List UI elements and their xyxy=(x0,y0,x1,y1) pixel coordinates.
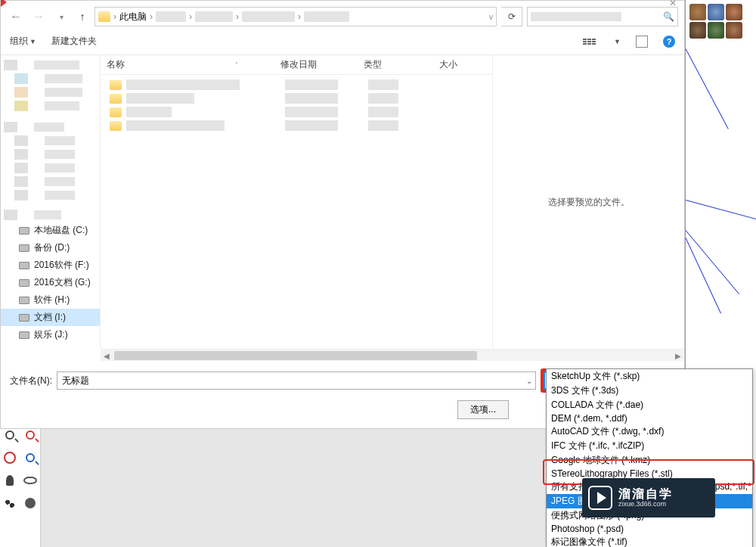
nav-forward-button[interactable]: → xyxy=(29,8,48,26)
palette-icon[interactable] xyxy=(689,4,706,20)
sidebar-drive[interactable]: 本地磁盘 (C:) xyxy=(1,222,100,239)
sidebar: 本地磁盘 (C:) 备份 (D:) 2016软件 (F:) 2016文档 (G:… xyxy=(1,55,101,349)
breadcrumb-segment-blur[interactable] xyxy=(156,11,186,22)
sidebar-drive-label: 文档 (I:) xyxy=(34,311,66,324)
sidebar-drive[interactable]: 娱乐 (J:) xyxy=(1,326,100,343)
filetype-option[interactable]: AutoCAD 文件 (*.dwg, *.dxf) xyxy=(547,424,752,439)
tool-target[interactable] xyxy=(0,446,20,469)
help-button[interactable]: ? xyxy=(663,36,675,48)
breadcrumb-sep: › xyxy=(236,11,239,22)
palette-icon[interactable] xyxy=(726,22,742,39)
column-type-label: 类型 xyxy=(364,59,382,70)
new-folder-button[interactable]: 新建文件夹 xyxy=(51,35,97,48)
file-name-blur xyxy=(126,120,225,131)
options-button[interactable]: 选项... xyxy=(457,400,509,419)
column-name[interactable]: 名称 ˄ xyxy=(101,58,274,71)
preview-pane: 选择要预览的文件。 xyxy=(492,55,684,349)
column-type[interactable]: 类型 xyxy=(358,58,433,71)
palette-icon[interactable] xyxy=(726,4,742,20)
palette-icon[interactable] xyxy=(708,4,724,20)
column-size[interactable]: 大小 xyxy=(433,58,479,71)
search-input[interactable]: 🔍 xyxy=(527,7,678,26)
file-row[interactable] xyxy=(101,78,492,92)
scroll-right-button[interactable]: ▶ xyxy=(672,350,684,362)
breadcrumb[interactable]: › 此电脑 › › › › v xyxy=(94,7,497,26)
sidebar-drive[interactable]: 2016软件 (F:) xyxy=(1,256,100,274)
sidebar-drive-label: 备份 (D:) xyxy=(34,241,70,254)
drive-icon xyxy=(19,244,29,252)
filetype-option[interactable]: SketchUp 文件 (*.skp) xyxy=(547,369,752,384)
refresh-button[interactable]: ⟳ xyxy=(501,7,522,26)
filename-value: 无标题 xyxy=(62,375,89,387)
sort-indicator-icon: ˄ xyxy=(235,61,238,68)
nav-recent-dropdown[interactable]: ▾ xyxy=(52,8,70,26)
organize-label: 组织 xyxy=(10,35,28,48)
filetype-option[interactable]: 标记图像文件 (*.tif) xyxy=(547,535,752,547)
file-row[interactable] xyxy=(101,119,492,132)
filetype-option[interactable]: IFC 文件 (*.ifc, *.ifcZIP) xyxy=(547,439,752,453)
file-name-blur xyxy=(126,107,172,117)
folder-icon xyxy=(110,107,122,117)
filetype-option[interactable]: Photoshop (*.psd) xyxy=(547,523,752,535)
filename-dropdown-icon[interactable]: ⌄ xyxy=(526,377,532,385)
breadcrumb-segment-blur[interactable] xyxy=(195,11,233,22)
file-name-blur xyxy=(126,93,194,104)
filetype-option[interactable]: 3DS 文件 (*.3ds) xyxy=(547,384,752,398)
dialog-toolbar: 组织 ▼ 新建文件夹 ▼ ? xyxy=(1,31,684,55)
sidebar-drive-label: 2016软件 (F:) xyxy=(34,259,89,272)
file-rows xyxy=(101,75,492,349)
palette-icon[interactable] xyxy=(708,22,724,39)
organize-menu[interactable]: 组织 ▼ xyxy=(10,35,36,48)
tool-zoom-extents[interactable] xyxy=(20,446,41,469)
sidebar-drive[interactable]: 文档 (I:) xyxy=(1,309,100,326)
breadcrumb-segment-blur[interactable] xyxy=(242,11,295,22)
sidebar-drive[interactable]: 备份 (D:) xyxy=(1,239,100,256)
horizontal-scrollbar[interactable]: ◀ ▶ xyxy=(101,349,684,361)
view-mode-button[interactable] xyxy=(579,34,599,49)
breadcrumb-segment-blur[interactable] xyxy=(304,11,349,22)
column-headers: 名称 ˄ 修改日期 类型 大小 xyxy=(101,55,492,75)
tool-look[interactable] xyxy=(20,492,41,514)
watermark-text-cn: 溜溜自学 xyxy=(618,487,673,501)
file-type-blur xyxy=(368,120,398,131)
sidebar-drive-label: 软件 (H:) xyxy=(34,294,70,306)
breadcrumb-root[interactable]: 此电脑 xyxy=(119,11,147,23)
tool-eye[interactable] xyxy=(20,469,41,492)
view-mode-dropdown[interactable]: ▼ xyxy=(614,38,621,45)
file-row[interactable] xyxy=(101,92,492,105)
breadcrumb-dropdown-icon[interactable]: v xyxy=(489,13,493,21)
file-date-blur xyxy=(285,93,338,104)
scroll-thumb[interactable] xyxy=(114,351,477,360)
folder-icon xyxy=(98,11,110,22)
breadcrumb-sep: › xyxy=(298,11,301,22)
tool-walk[interactable] xyxy=(0,492,20,514)
sidebar-drive-label: 娱乐 (J:) xyxy=(34,328,68,341)
file-row[interactable] xyxy=(101,105,492,119)
filename-input[interactable]: 无标题 ⌄ xyxy=(57,371,536,390)
scroll-left-button[interactable]: ◀ xyxy=(101,350,113,362)
breadcrumb-sep: › xyxy=(150,11,153,22)
sidebar-drive[interactable]: 2016文档 (G:) xyxy=(1,274,100,291)
nav-back-button[interactable]: ← xyxy=(7,8,25,26)
filetype-option[interactable]: DEM (*.dem, *.ddf) xyxy=(547,412,752,424)
preview-pane-toggle[interactable] xyxy=(636,36,648,48)
watermark-logo: 溜溜自学 zixue.3d66.com xyxy=(582,478,715,517)
file-type-blur xyxy=(368,107,398,117)
filetype-option[interactable]: COLLADA 文件 (*.dae) xyxy=(547,398,752,412)
sidebar-drive[interactable]: 软件 (H:) xyxy=(1,291,100,309)
file-date-blur xyxy=(285,120,338,131)
close-icon[interactable]: ✕ xyxy=(669,0,677,8)
column-name-label: 名称 xyxy=(107,58,125,71)
nav-up-button[interactable]: ↑ xyxy=(75,9,90,24)
filetype-dropdown[interactable]: SketchUp 文件 (*.skp)3DS 文件 (*.3ds)COLLADA… xyxy=(546,368,753,547)
folder-icon xyxy=(110,94,122,104)
watermark-play-icon xyxy=(588,486,612,510)
file-date-blur xyxy=(285,79,338,90)
column-date[interactable]: 修改日期 xyxy=(274,58,358,71)
dialog-navbar: ← → ▾ ↑ › 此电脑 › › › › v ⟳ 🔍 xyxy=(1,4,684,31)
tool-person[interactable] xyxy=(0,469,20,492)
palette-icon[interactable] xyxy=(689,22,706,39)
filetype-option[interactable]: Google 地球文件 (*.kmz) xyxy=(547,453,752,468)
file-list: 名称 ˄ 修改日期 类型 大小 xyxy=(101,55,492,349)
options-button-label: 选项... xyxy=(470,404,496,415)
